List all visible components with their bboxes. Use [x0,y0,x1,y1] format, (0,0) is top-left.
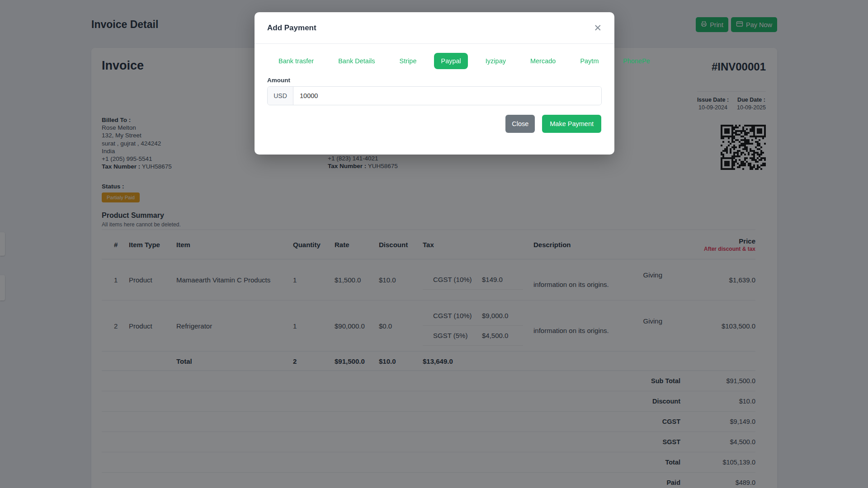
amount-input[interactable] [293,87,601,105]
payment-tab-stripe[interactable]: Stripe [393,53,424,69]
modal-footer: Close Make Payment [255,105,614,133]
currency-addon: USD [268,87,293,105]
modal-header: Add Payment ✕ [255,12,614,44]
payment-tab-paytm[interactable]: Paytm [573,53,605,69]
add-payment-modal: Add Payment ✕ Bank trasfer Bank Details … [255,12,614,155]
modal-close-button[interactable]: Close [505,115,535,133]
make-payment-button[interactable]: Make Payment [542,115,601,133]
payment-tab-bank-transfer[interactable]: Bank trasfer [272,53,321,69]
payment-tab-iyzipay[interactable]: Iyzipay [479,53,513,69]
modal-title: Add Payment [267,23,316,33]
payment-tab-phonepe[interactable]: PhonePe [616,53,657,69]
payment-tab-paypal[interactable]: Paypal [434,53,467,69]
close-icon[interactable]: ✕ [593,22,603,33]
payment-tab-mercado[interactable]: Mercado [524,53,562,69]
amount-input-group: USD [267,86,602,105]
payment-tab-bank-details[interactable]: Bank Details [331,53,382,69]
amount-label: Amount [267,77,614,84]
payment-method-tabs: Bank trasfer Bank Details Stripe Paypal … [272,52,614,70]
